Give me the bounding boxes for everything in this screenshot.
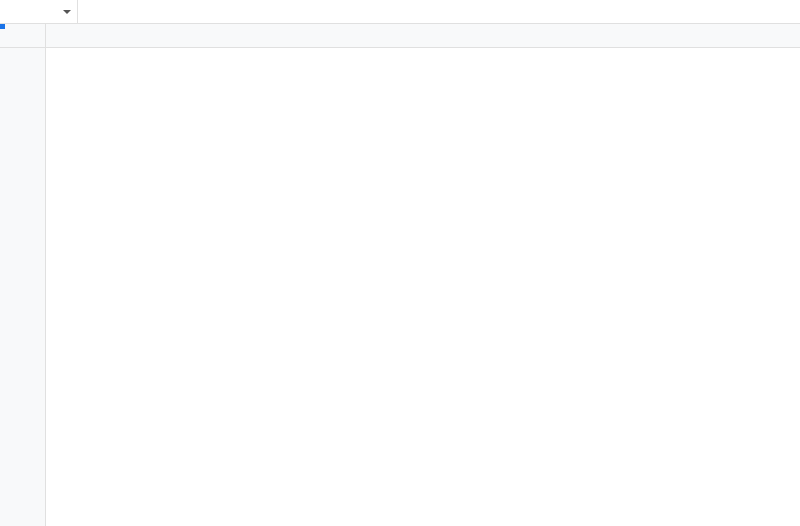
chevron-down-icon: [63, 10, 71, 14]
cells-area[interactable]: [46, 48, 800, 526]
column-headers: [46, 24, 800, 48]
grid: [0, 24, 800, 526]
name-box[interactable]: [0, 0, 78, 23]
select-all-corner[interactable]: [0, 24, 46, 48]
formula-input[interactable]: [107, 0, 800, 23]
formula-bar: [0, 0, 800, 24]
row-headers: [0, 48, 46, 526]
